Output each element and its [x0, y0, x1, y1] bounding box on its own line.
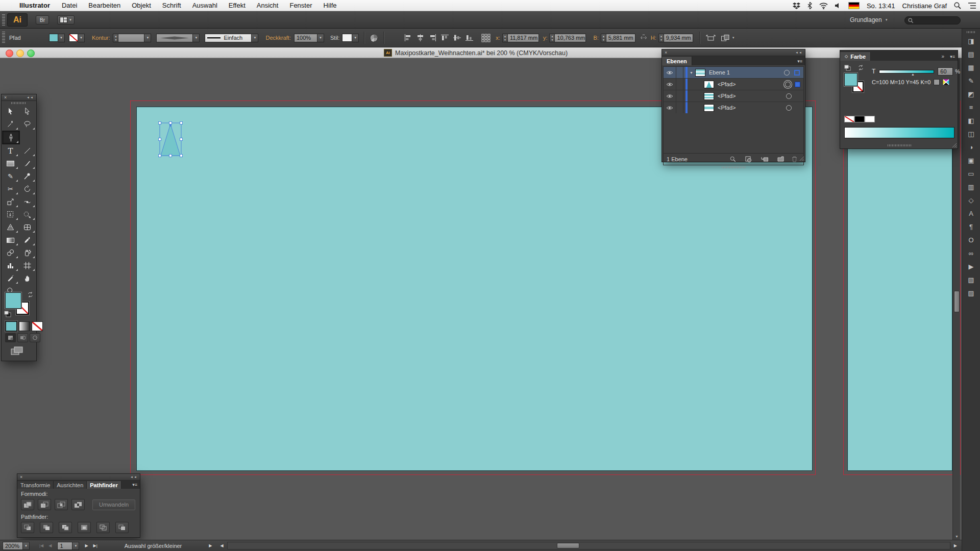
rectangle-tool[interactable]: [2, 157, 19, 170]
wifi-icon[interactable]: [819, 3, 828, 9]
visibility-eye-icon[interactable]: [664, 67, 676, 78]
y-position-label[interactable]: y:: [543, 35, 548, 41]
dock-gradient-panel-icon[interactable]: ◧: [965, 115, 977, 126]
align-center-horizontal-icon[interactable]: [416, 34, 424, 41]
perspective-grid-tool[interactable]: [2, 221, 19, 234]
menu-fenster[interactable]: Fenster: [284, 2, 317, 9]
horizontal-scrollbar[interactable]: [227, 542, 950, 549]
last-artboard-button[interactable]: ▶|: [91, 543, 100, 548]
object-thumbnail[interactable]: [704, 104, 714, 112]
bluetooth-icon[interactable]: [807, 2, 812, 9]
cycle-color-modes-icon[interactable]: ◇: [845, 54, 848, 59]
layer-row-pfad-1[interactable]: <Pfad>: [664, 79, 803, 90]
artboard-number-field[interactable]: 1: [57, 542, 72, 550]
variable-width-profile-preview[interactable]: [156, 34, 193, 42]
target-circle[interactable]: [786, 93, 792, 99]
blob-brush-tool[interactable]: [19, 170, 36, 183]
mesh-tool[interactable]: [19, 221, 36, 234]
brush-definition-field[interactable]: Einfach: [205, 34, 252, 42]
width-field[interactable]: 5,881 mm: [606, 34, 635, 42]
dock-opentype-panel-icon[interactable]: O: [965, 234, 977, 245]
arrange-documents-button[interactable]: ▼: [57, 15, 75, 24]
draw-behind-mode-button[interactable]: [17, 333, 28, 342]
shape-mode-quick-icon[interactable]: [721, 34, 730, 42]
object-thumbnail[interactable]: [704, 81, 714, 88]
height-label[interactable]: H:: [651, 35, 656, 41]
controlbar-grip[interactable]: [2, 32, 5, 44]
gradient-mode-button[interactable]: [19, 321, 30, 331]
none-swatch[interactable]: [844, 116, 854, 122]
graphic-style-dropdown[interactable]: ▼: [352, 34, 359, 42]
merge-button[interactable]: [59, 522, 72, 533]
draw-inside-mode-button[interactable]: [30, 333, 40, 342]
canvas-area[interactable]: [0, 58, 962, 540]
type-tool[interactable]: T: [2, 144, 19, 157]
free-transform-tool[interactable]: [2, 208, 19, 221]
graphic-style-swatch[interactable]: [342, 34, 352, 42]
menu-hilfe[interactable]: Hilfe: [318, 2, 342, 9]
collapse-panel-icon[interactable]: ◄◄: [130, 475, 137, 479]
tint-slider-thumb[interactable]: ▲: [911, 72, 915, 76]
menu-effekt[interactable]: Effekt: [223, 2, 251, 9]
out-of-gamut-icon[interactable]: [943, 79, 949, 85]
dock-grip[interactable]: [967, 31, 976, 33]
exclude-button[interactable]: [71, 499, 85, 510]
x-position-stepper[interactable]: ▲▼: [502, 34, 507, 42]
dock-links-panel-icon[interactable]: ∞: [965, 247, 977, 259]
fill-color-dropdown[interactable]: ▼: [58, 34, 65, 42]
opacity-label[interactable]: Deckkraft:: [265, 35, 291, 41]
dock-navigator-panel-icon[interactable]: ▧: [965, 274, 977, 285]
collapse-panel-icon[interactable]: ◄◄: [27, 96, 34, 99]
swap-fill-stroke-icon[interactable]: [857, 64, 864, 71]
object-name[interactable]: <Pfad>: [718, 105, 786, 111]
scissors-tool[interactable]: ✂: [2, 183, 19, 195]
shape-builder-tool[interactable]: [19, 208, 36, 221]
menu-datei[interactable]: Datei: [56, 2, 83, 9]
hscroll-left-arrow[interactable]: ◀: [217, 543, 226, 548]
object-thumbnail[interactable]: [704, 92, 714, 100]
lock-cell[interactable]: [676, 90, 683, 102]
lock-cell[interactable]: [676, 102, 683, 113]
scale-tool[interactable]: [2, 195, 19, 208]
column-graph-tool[interactable]: [2, 259, 19, 272]
disclosure-triangle-icon[interactable]: ▼: [690, 71, 693, 74]
outline-button[interactable]: [96, 522, 110, 533]
dock-paragraph-panel-icon[interactable]: ¶: [965, 221, 977, 232]
artboard-number-dropdown[interactable]: ▼: [72, 542, 79, 550]
hscroll-right-arrow[interactable]: ▶: [951, 543, 960, 548]
object-name[interactable]: <Pfad>: [718, 93, 786, 99]
intersect-button[interactable]: [55, 499, 68, 510]
dock-transform-panel-icon[interactable]: ◇: [965, 194, 977, 206]
dropbox-icon[interactable]: [793, 2, 800, 9]
first-artboard-button[interactable]: |◀: [37, 543, 46, 548]
isolate-selected-object-icon[interactable]: [706, 34, 716, 41]
black-swatch[interactable]: [854, 116, 865, 122]
dock-transparency-panel-icon[interactable]: ◫: [965, 128, 977, 139]
bridge-button[interactable]: Br: [36, 15, 49, 24]
layer-row-ebene1[interactable]: ▼ Ebene 1: [664, 67, 803, 79]
visibility-eye-icon[interactable]: [664, 102, 676, 113]
zoom-level-dropdown[interactable]: ▼: [23, 542, 30, 550]
visibility-eye-icon[interactable]: [664, 90, 676, 102]
swap-fill-stroke-icon[interactable]: [27, 291, 34, 298]
scroll-down-arrow[interactable]: ▼: [953, 533, 961, 540]
fill-swatch[interactable]: [844, 73, 857, 86]
menu-auswahl[interactable]: Auswahl: [187, 2, 223, 9]
spotlight-search-icon[interactable]: [954, 2, 961, 9]
artboard-tool[interactable]: [19, 259, 36, 272]
object-name[interactable]: <Pfad>: [718, 81, 785, 87]
selected-tree-object[interactable]: [156, 119, 185, 159]
stroke-weight-dropdown[interactable]: ▼: [144, 34, 151, 42]
hand-tool[interactable]: [19, 272, 36, 285]
close-icon[interactable]: ×: [4, 95, 7, 100]
new-layer-icon[interactable]: [777, 156, 784, 162]
color-spectrum-ramp[interactable]: [844, 127, 954, 138]
appbar-grip[interactable]: [2, 14, 5, 26]
dock-stroke-panel-icon[interactable]: ≡: [965, 102, 977, 113]
make-clipping-mask-icon[interactable]: [745, 156, 752, 162]
none-mode-button[interactable]: [32, 321, 43, 331]
menu-bearbeiten[interactable]: Bearbeiten: [83, 2, 126, 9]
magic-wand-tool[interactable]: [2, 118, 19, 131]
constrain-proportions-icon[interactable]: [640, 34, 648, 41]
visibility-eye-icon[interactable]: [664, 79, 676, 90]
